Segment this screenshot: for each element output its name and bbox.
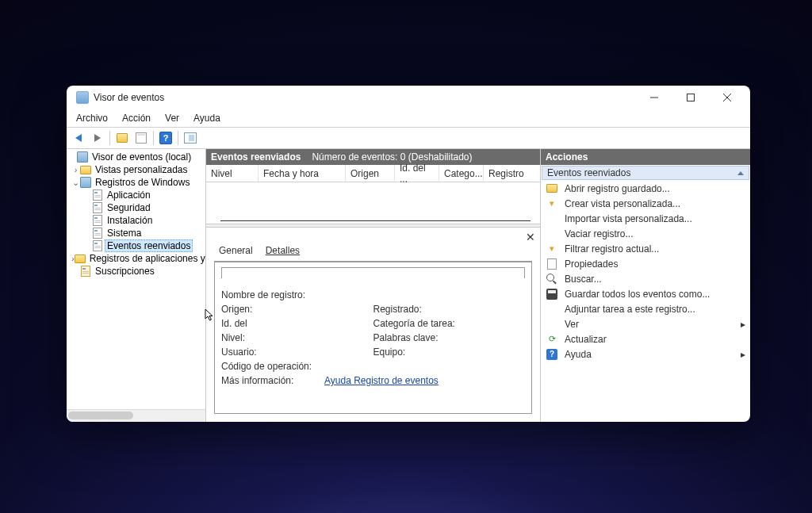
back-button[interactable] [70, 129, 87, 147]
help-icon: ? [159, 132, 172, 144]
action-filter-log[interactable]: ▾ Filtrar registro actual... [541, 241, 750, 256]
help-log-link[interactable]: Ayuda Registro de eventos [324, 375, 439, 386]
event-grid-body[interactable] [206, 182, 540, 224]
event-list-title: Eventos reenviados [211, 151, 301, 163]
actions-context-header[interactable]: Eventos reenviados [542, 166, 749, 180]
action-label: Adjuntar tarea a este registro... [565, 304, 695, 315]
tree-subscriptions[interactable]: Suscripciones [68, 265, 205, 278]
col-log[interactable]: Registro [484, 165, 540, 182]
label-user: Usuario: [221, 346, 324, 358]
event-count-label: Número de eventos: 0 (Deshabilitado) [312, 151, 472, 163]
label-computer: Equipo: [373, 346, 477, 358]
menu-file[interactable]: Archivo [70, 111, 114, 125]
close-detail-button[interactable]: ✕ [526, 231, 535, 243]
label-logged: Registrado: [373, 304, 477, 315]
label-log-name: Nombre de registro: [221, 289, 324, 301]
log-icon [93, 190, 102, 201]
tree-windows-logs[interactable]: ⌄ Registros de Windows [68, 176, 205, 189]
grid-scroll-indicator [220, 220, 530, 221]
properties-button[interactable] [132, 129, 150, 147]
tree-application[interactable]: Aplicación [68, 189, 205, 201]
action-clear-log[interactable]: Vaciar registro... [541, 226, 750, 241]
col-source[interactable]: Origen [346, 165, 395, 182]
tab-general[interactable]: General [217, 243, 255, 258]
action-help-submenu[interactable]: ? Ayuda ▸ [541, 346, 750, 362]
tree-security[interactable]: Seguridad [68, 201, 205, 214]
action-import-custom-view[interactable]: Importar vista personalizada... [541, 211, 750, 226]
subscriptions-icon [81, 266, 90, 277]
log-icon [93, 228, 102, 239]
forward-button[interactable] [89, 129, 106, 147]
titlebar[interactable]: Visor de eventos [67, 86, 750, 109]
action-label: Buscar... [565, 274, 602, 285]
folder-icon [117, 133, 128, 143]
action-label: Filtrar registro actual... [565, 243, 659, 255]
menu-action[interactable]: Acción [116, 111, 157, 125]
blank-icon [546, 212, 558, 225]
minimize-button[interactable] [636, 86, 672, 109]
tree-forwarded-events[interactable]: Eventos reenviados [68, 239, 205, 252]
actions-pane: Acciones Eventos reenviados Abrir regist… [541, 149, 750, 422]
help-icon: ? [546, 349, 557, 360]
label-opcode: Código de operación: [221, 361, 324, 372]
col-date[interactable]: Fecha y hora [259, 165, 346, 182]
action-label: Guardar todos los eventos como... [565, 289, 710, 300]
arrow-left-icon [75, 134, 82, 142]
page-icon [136, 132, 147, 144]
action-save-all-events[interactable]: Guardar todos los eventos como... [541, 286, 750, 301]
action-refresh[interactable]: ⟳ Actualizar [541, 331, 750, 346]
menu-help[interactable]: Ayuda [187, 111, 227, 125]
detail-tabs: General Detalles [217, 243, 540, 258]
tree-item-label: Seguridad [105, 202, 153, 213]
tree-root[interactable]: Visor de eventos (local) [68, 151, 205, 163]
tree-custom-views[interactable]: › Vistas personalizadas [68, 163, 205, 176]
tree-horizontal-scrollbar[interactable] [67, 409, 205, 422]
actions-context-label: Eventos reenviados [547, 167, 630, 178]
action-view-submenu[interactable]: Ver ▸ [541, 316, 750, 331]
tree-item-label: Suscripciones [93, 266, 157, 277]
tab-details[interactable]: Detalles [264, 243, 301, 258]
navigation-tree[interactable]: Visor de eventos (local) › Vistas person… [67, 149, 206, 422]
action-properties[interactable]: Propiedades [541, 256, 750, 271]
label-event-id: Id. del [221, 318, 324, 329]
action-open-saved-log[interactable]: Abrir registro guardado... [541, 181, 750, 196]
menu-view[interactable]: Ver [159, 111, 186, 125]
show-hide-tree-button[interactable] [113, 129, 131, 147]
action-create-custom-view[interactable]: ▾ Crear vista personalizada... [541, 196, 750, 211]
tree-item-label: Sistema [105, 228, 144, 239]
expand-icon[interactable]: › [71, 165, 80, 174]
event-columns-header[interactable]: Nivel Fecha y hora Origen Id. del ... Ca… [206, 165, 540, 182]
actions-title: Acciones [541, 149, 750, 165]
tree-item-label: Aplicación [105, 190, 153, 201]
event-list-pane: Eventos reenviados Número de eventos: 0 … [206, 149, 541, 422]
folder-icon [80, 166, 91, 174]
col-eventid[interactable]: Id. del ... [395, 165, 439, 182]
maximize-button[interactable] [672, 86, 709, 109]
open-folder-icon [546, 184, 557, 193]
col-level[interactable]: Nivel [206, 165, 259, 182]
action-label: Actualizar [565, 334, 607, 345]
tree-system[interactable]: Sistema [68, 227, 205, 239]
collapse-icon[interactable]: ⌄ [71, 178, 80, 188]
col-category[interactable]: Catego... [439, 165, 484, 182]
label-more-info: Más información: [221, 375, 324, 386]
action-label: Propiedades [565, 258, 618, 270]
event-detail-pane: ✕ General Detalles Nombre de registro: O… [206, 228, 540, 422]
arrow-right-icon [94, 134, 101, 142]
log-icon [93, 215, 102, 226]
help-button[interactable]: ? [157, 129, 174, 147]
action-find[interactable]: Buscar... [541, 271, 750, 286]
tree-item-label: Eventos reenviados [105, 239, 193, 252]
tree-app-services[interactable]: › Registros de aplicaciones y servicios [68, 252, 205, 265]
properties-icon [547, 258, 557, 270]
tree-setup[interactable]: Instalación [68, 214, 205, 227]
window-title: Visor de eventos [94, 92, 164, 103]
detail-description-box [221, 267, 525, 278]
action-label: Ver [565, 319, 579, 330]
filter-icon: ▾ [546, 243, 558, 255]
blank-icon [546, 303, 558, 316]
preview-pane-button[interactable] [182, 129, 199, 147]
close-button[interactable] [709, 86, 745, 109]
action-attach-task[interactable]: Adjuntar tarea a este registro... [541, 301, 750, 316]
action-label: Abrir registro guardado... [565, 183, 670, 194]
